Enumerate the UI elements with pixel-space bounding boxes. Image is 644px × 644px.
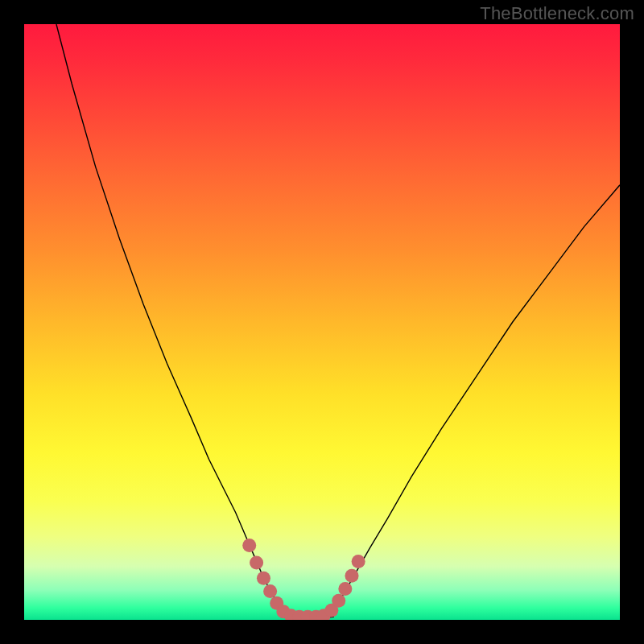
- marker-dot: [338, 582, 352, 596]
- marker-dot: [250, 555, 263, 569]
- marker-dot: [352, 555, 365, 568]
- series-lines: [56, 24, 620, 618]
- marker-dot: [263, 584, 277, 598]
- marker-dot: [242, 539, 256, 552]
- marker-dot: [332, 594, 345, 608]
- marker-dot: [257, 572, 270, 585]
- chart-container: TheBottleneck.com: [0, 0, 644, 644]
- marker-dots: [242, 539, 365, 620]
- chart-svg: [24, 24, 620, 620]
- series-left-curve: [56, 24, 288, 617]
- series-right-curve: [328, 185, 620, 617]
- plot-area: [24, 24, 620, 620]
- marker-dot: [345, 569, 358, 583]
- chart-watermark: TheBottleneck.com: [480, 3, 634, 24]
